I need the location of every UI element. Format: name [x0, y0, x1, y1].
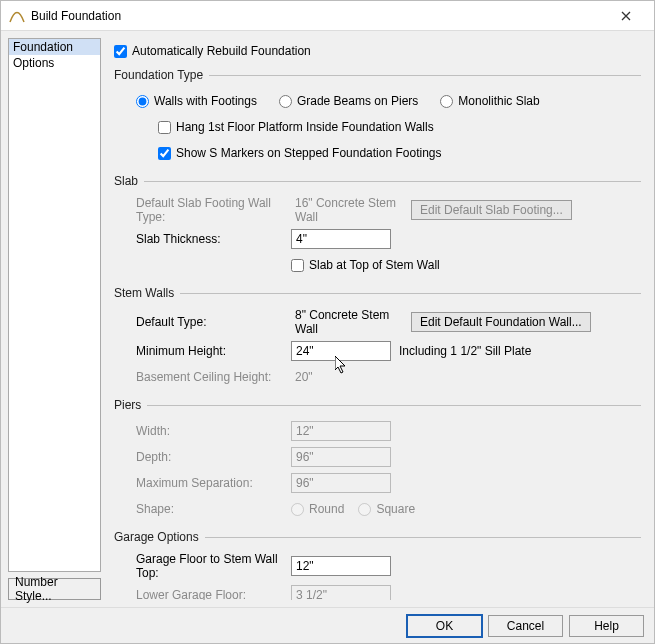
stem-default-type-value: 8" Concrete Stem Wall — [291, 308, 411, 336]
pier-shape-label: Shape: — [136, 502, 291, 516]
dialog-footer: OK Cancel Help — [1, 607, 654, 643]
foundation-type-legend: Foundation Type — [114, 68, 209, 82]
edit-foundation-wall-button[interactable]: Edit Default Foundation Wall... — [411, 312, 591, 332]
sidebar: Foundation Options Number Style... — [8, 38, 101, 600]
pier-shape-square-input — [358, 503, 371, 516]
radio-monolithic-input[interactable] — [440, 95, 453, 108]
stem-min-height-input[interactable] — [291, 341, 391, 361]
piers-group: Piers Width: Depth: Maximum Separation: — [114, 398, 641, 524]
piers-legend: Piers — [114, 398, 147, 412]
number-style-button[interactable]: Number Style... — [8, 578, 101, 600]
garage-floor-label: Garage Floor to Stem Wall Top: — [136, 552, 291, 580]
stem-default-type-label: Default Type: — [136, 315, 291, 329]
garage-floor-input[interactable] — [291, 556, 391, 576]
stem-min-height-label: Minimum Height: — [136, 344, 291, 358]
app-icon — [9, 9, 25, 23]
slab-group: Slab Default Slab Footing Wall Type: 16"… — [114, 174, 641, 280]
stem-walls-legend: Stem Walls — [114, 286, 180, 300]
pier-maxsep-input — [291, 473, 391, 493]
pier-shape-round: Round — [291, 502, 344, 516]
pier-shape-round-input — [291, 503, 304, 516]
ok-button[interactable]: OK — [407, 615, 482, 637]
radio-grade-beams-input[interactable] — [279, 95, 292, 108]
garage-options-group: Garage Options Garage Floor to Stem Wall… — [114, 530, 641, 600]
basement-ceiling-value: 20" — [291, 370, 391, 384]
hang-floor-check[interactable]: Hang 1st Floor Platform Inside Foundatio… — [158, 120, 434, 134]
pier-depth-label: Depth: — [136, 450, 291, 464]
cancel-button[interactable]: Cancel — [488, 615, 563, 637]
radio-grade-beams[interactable]: Grade Beams on Piers — [279, 94, 418, 108]
slab-default-value: 16" Concrete Stem Wall — [291, 196, 411, 224]
pier-depth-input — [291, 447, 391, 467]
slab-at-top-check[interactable]: Slab at Top of Stem Wall — [291, 258, 440, 272]
pier-width-input — [291, 421, 391, 441]
auto-rebuild-check[interactable]: Automatically Rebuild Foundation — [114, 44, 311, 58]
foundation-type-group: Foundation Type Walls with Footings Grad… — [114, 68, 641, 168]
nav-list: Foundation Options — [8, 38, 101, 572]
garage-options-legend: Garage Options — [114, 530, 205, 544]
garage-lower-input — [291, 585, 391, 600]
build-foundation-dialog: Build Foundation Foundation Options Numb… — [0, 0, 655, 644]
slab-legend: Slab — [114, 174, 144, 188]
slab-default-label: Default Slab Footing Wall Type: — [136, 196, 291, 224]
stem-min-height-note: Including 1 1/2" Sill Plate — [399, 344, 531, 358]
show-s-markers-checkbox[interactable] — [158, 147, 171, 160]
stem-walls-group: Stem Walls Default Type: 8" Concrete Ste… — [114, 286, 641, 392]
pier-width-label: Width: — [136, 424, 291, 438]
nav-item-options[interactable]: Options — [9, 55, 100, 71]
radio-walls-footings[interactable]: Walls with Footings — [136, 94, 257, 108]
auto-rebuild-checkbox[interactable] — [114, 45, 127, 58]
nav-item-foundation[interactable]: Foundation — [9, 39, 100, 55]
pier-shape-square: Square — [358, 502, 415, 516]
edit-slab-footing-button[interactable]: Edit Default Slab Footing... — [411, 200, 572, 220]
pier-maxsep-label: Maximum Separation: — [136, 476, 291, 490]
main-panel: Automatically Rebuild Foundation Foundat… — [108, 38, 647, 600]
close-button[interactable] — [606, 3, 646, 29]
slab-at-top-checkbox[interactable] — [291, 259, 304, 272]
help-button[interactable]: Help — [569, 615, 644, 637]
slab-thickness-input[interactable] — [291, 229, 391, 249]
radio-walls-footings-input[interactable] — [136, 95, 149, 108]
radio-monolithic[interactable]: Monolithic Slab — [440, 94, 539, 108]
auto-rebuild-label: Automatically Rebuild Foundation — [132, 44, 311, 58]
show-s-markers-check[interactable]: Show S Markers on Stepped Foundation Foo… — [158, 146, 442, 160]
garage-lower-label: Lower Garage Floor: — [136, 588, 291, 600]
titlebar: Build Foundation — [1, 1, 654, 31]
dialog-title: Build Foundation — [31, 9, 606, 23]
hang-floor-checkbox[interactable] — [158, 121, 171, 134]
slab-thickness-label: Slab Thickness: — [136, 232, 291, 246]
basement-ceiling-label: Basement Ceiling Height: — [136, 370, 291, 384]
